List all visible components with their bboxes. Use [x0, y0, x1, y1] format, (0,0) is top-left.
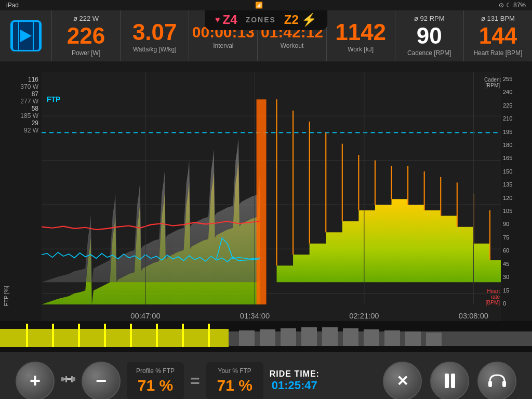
- device-label: iPad: [6, 2, 19, 9]
- power-avg: ø 222 W: [73, 15, 99, 22]
- heartrate-label: Heart Rate [BPM]: [473, 49, 522, 57]
- film-icon: [10, 20, 42, 51]
- ftp-pct-axis-label: FTP [%]: [3, 286, 38, 307]
- svg-rect-63: [502, 381, 506, 387]
- dumbbell-svg: [61, 374, 75, 385]
- resistance-icon: [61, 374, 75, 388]
- svg-text:03:08:00: 03:08:00: [459, 312, 488, 320]
- z4-label: Z4: [223, 12, 237, 27]
- x-icon: ✕: [396, 373, 408, 390]
- svg-rect-48: [322, 327, 338, 346]
- pause-button[interactable]: [430, 362, 469, 400]
- ride-time-value: 01:25:47: [270, 379, 320, 392]
- y-label-87: 87 277 W: [3, 90, 38, 105]
- cadence-value: 90: [417, 24, 442, 47]
- lightning-icon: ⚡: [301, 12, 317, 27]
- minus-button[interactable]: −: [82, 362, 121, 400]
- equals-sign: =: [190, 371, 200, 391]
- svg-rect-40: [156, 324, 158, 347]
- svg-rect-58: [69, 378, 71, 380]
- plus-button[interactable]: +: [16, 362, 55, 400]
- svg-rect-34: [0, 329, 229, 347]
- zone-z4: ♥ Z4: [215, 12, 237, 27]
- mini-chart-svg: [0, 321, 532, 352]
- profile-ftp-box: Profile % FTP 71 %: [127, 362, 184, 399]
- headphone-button[interactable]: [477, 362, 516, 400]
- your-ftp-value: 71 %: [216, 377, 254, 394]
- heartrate-avg: ø 131 BPM: [481, 15, 515, 22]
- heartrate-value: 144: [479, 24, 517, 47]
- svg-rect-47: [301, 327, 317, 346]
- cadence-stat: ø 92 RPM 90 Cadence [RPM]: [395, 10, 464, 61]
- svg-rect-53: [426, 332, 442, 346]
- z2-label: Z2: [284, 12, 299, 27]
- status-bar: iPad 📶 ⊙ ☾ 87%: [0, 0, 532, 10]
- top-header: ♥ Z4 ZONES Z2 ⚡ ø 222 W 226 Power [W] 3.…: [0, 10, 532, 72]
- zone-bar: ♥ Z4 ZONES Z2 ⚡: [205, 10, 327, 30]
- heartrate-stat: ø 131 BPM 144 Heart Rate [BPM]: [464, 10, 532, 61]
- control-group-right: ✕: [383, 362, 516, 400]
- video-icon-cell[interactable]: [0, 10, 52, 61]
- wattskg-label: Watts/kg [W/kg]: [133, 46, 177, 53]
- svg-rect-46: [281, 328, 296, 346]
- wifi-icon: 📶: [255, 2, 263, 9]
- profile-ftp-value: 71 %: [136, 377, 175, 394]
- svg-rect-39: [130, 324, 132, 347]
- your-ftp-label: Your % FTP: [216, 367, 254, 375]
- headphone-icon: [487, 372, 507, 390]
- y-axis-right: 255 240 225 210 195 180 165 150 135 120 …: [501, 72, 532, 321]
- svg-rect-51: [384, 330, 400, 346]
- svg-rect-37: [78, 324, 80, 347]
- cancel-button[interactable]: ✕: [383, 362, 422, 400]
- pause-icon: [445, 374, 455, 388]
- wattskg-stat: 3.07 Watts/kg [W/kg]: [121, 10, 189, 61]
- power-value: 226: [67, 24, 105, 47]
- profile-ftp-label: Profile % FTP: [136, 367, 175, 375]
- svg-rect-61: [72, 377, 75, 381]
- cadence-avg: ø 92 RPM: [414, 15, 445, 22]
- main-chart-container: 116 370 W 87 277 W 58 185 W 29 92 W FTP …: [0, 72, 532, 321]
- ride-time-box: RIDE TIME: 01:25:47: [270, 369, 320, 392]
- your-ftp-box: Your % FTP 71 %: [206, 362, 263, 399]
- zone-z2: Z2 ⚡: [284, 12, 317, 27]
- svg-text:02:21:00: 02:21:00: [349, 312, 379, 320]
- svg-text:01:34:00: 01:34:00: [240, 312, 270, 320]
- svg-rect-52: [405, 331, 421, 346]
- y-label-29: 29 92 W: [3, 119, 38, 134]
- svg-rect-9: [257, 99, 267, 304]
- svg-rect-62: [488, 381, 492, 387]
- work-stat: 1142 Work [kJ]: [327, 10, 395, 61]
- chart-main[interactable]: FTP: [42, 72, 501, 321]
- svg-rect-35: [26, 324, 28, 347]
- work-label: Work [kJ]: [348, 46, 374, 53]
- svg-rect-57: [67, 378, 69, 380]
- power-label: Power [W]: [72, 49, 100, 57]
- work-value: 1142: [335, 21, 386, 44]
- battery-label: ⊙ ☾ 87%: [499, 2, 526, 9]
- mini-chart: [0, 321, 532, 352]
- plus-icon: +: [30, 370, 41, 392]
- svg-rect-50: [364, 329, 379, 346]
- power-stat: ø 222 W 226 Power [W]: [52, 10, 121, 61]
- interval-label: Interval: [213, 42, 233, 49]
- y-label-58: 58 185 W: [3, 105, 38, 119]
- svg-rect-55: [63, 378, 65, 380]
- svg-rect-44: [239, 330, 255, 346]
- ftp-line-label: FTP: [47, 95, 60, 103]
- svg-text:00:47:00: 00:47:00: [130, 312, 160, 320]
- svg-rect-38: [104, 324, 106, 347]
- zones-label: ZONES: [246, 16, 276, 24]
- minus-icon: −: [96, 370, 107, 392]
- chart-svg: 00:47:00 01:34:00 02:21:00 03:08:00: [42, 72, 501, 321]
- bottom-controls: + − Profile % FTP 71 % =: [0, 352, 532, 399]
- control-group-left: + − Profile % FTP 71 % =: [16, 362, 320, 400]
- play-triangle: [20, 30, 32, 42]
- y-axis-left: 116 370 W 87 277 W 58 185 W 29 92 W FTP …: [0, 72, 42, 321]
- y-axis-right-labels: Cadence [RPM] Heart rate [BPM]: [484, 77, 500, 305]
- ride-time-label: RIDE TIME:: [270, 369, 320, 379]
- wattskg-value: 3.07: [132, 21, 177, 44]
- svg-rect-56: [65, 376, 67, 382]
- svg-rect-42: [208, 324, 210, 347]
- svg-rect-41: [182, 324, 184, 347]
- cadence-label: Cadence [RPM]: [407, 49, 451, 57]
